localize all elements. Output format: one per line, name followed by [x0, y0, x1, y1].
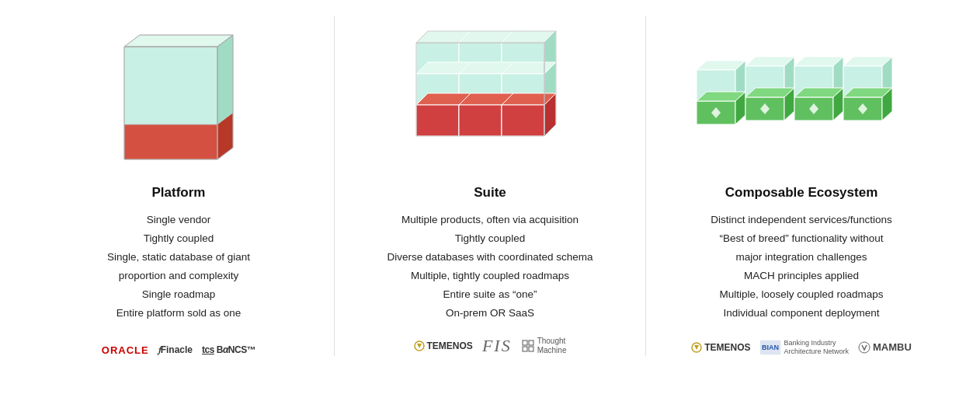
composable-desc-item-0: Distinct independent services/functions: [711, 211, 891, 229]
platform-desc-item-3: proportion and complexity: [107, 267, 250, 285]
svg-marker-3: [124, 47, 217, 124]
svg-marker-0: [124, 124, 217, 159]
platform-desc-item-0: Single vendor: [107, 211, 250, 229]
platform-desc-item-1: Tightly coupled: [107, 230, 250, 248]
composable-desc-item-3: MACH principles applied: [711, 267, 891, 285]
composable-desc-item-1: “Best of breed” functionality without: [711, 230, 891, 248]
tcs-bancs-logo: tcs BαNCS™: [202, 344, 255, 355]
suite-desc-item-0: Multiple products, often via acquisition: [387, 211, 593, 229]
composable-column: Composable Ecosystem Distinct independen…: [646, 16, 957, 356]
svg-rect-41: [529, 340, 533, 345]
suite-column: Suite Multiple products, often via acqui…: [335, 16, 646, 356]
suite-desc-item-5: On-prem OR SaaS: [387, 305, 593, 323]
suite-illustration: [350, 16, 630, 171]
svg-text:BIAN: BIAN: [762, 344, 779, 351]
suite-logo-bar: TEMENOS FIS ThoughtMachine: [414, 336, 567, 356]
platform-cube-svg: [109, 16, 248, 171]
platform-title: Platform: [152, 185, 206, 201]
mambu-icon: [858, 341, 871, 354]
fis-logo: FIS: [482, 336, 512, 356]
temenos-logo: TEMENOS: [414, 340, 473, 351]
composable-title: Composable Ecosystem: [725, 185, 878, 201]
svg-marker-28: [416, 105, 459, 136]
platform-illustration: [39, 16, 318, 171]
svg-marker-31: [459, 105, 502, 136]
bian-icon: BIAN: [759, 340, 781, 355]
suite-cube-svg: [408, 16, 572, 171]
composable-desc-item-2: major integration challenges: [711, 249, 891, 267]
platform-logo-bar: ORACLE 𝑓Finacle tcs BαNCS™: [102, 344, 255, 356]
svg-rect-40: [523, 340, 527, 345]
composable-illustration: [662, 16, 941, 171]
platform-column: Platform Single vendor Tightly coupled S…: [23, 16, 335, 356]
suite-title: Suite: [474, 185, 506, 201]
platform-desc-item-2: Single, static database of giant: [107, 249, 250, 267]
suite-desc-item-1: Tightly coupled: [387, 230, 593, 248]
temenos2-icon: [691, 342, 702, 353]
main-container: Platform Single vendor Tightly coupled S…: [0, 0, 980, 364]
temenos-icon: [414, 340, 425, 351]
suite-desc-item-4: Entire suite as “one”: [387, 286, 593, 304]
composable-logo-bar: TEMENOS BIAN Banking IndustryArchitectur…: [691, 339, 912, 356]
thought-machine-logo: ThoughtMachine: [521, 337, 567, 355]
composable-cube-svg: [693, 16, 910, 171]
temenos2-logo: TEMENOS: [691, 342, 750, 353]
mambu-logo: MAMBU: [858, 341, 912, 354]
suite-desc-list: Multiple products, often via acquisition…: [387, 211, 593, 323]
platform-desc-list: Single vendor Tightly coupled Single, st…: [107, 211, 250, 323]
finacle-logo: 𝑓Finacle: [158, 344, 193, 355]
platform-desc-item-5: Entire platform sold as one: [107, 305, 250, 323]
svg-rect-43: [529, 347, 533, 351]
suite-desc-item-3: Multiple, tightly coupled roadmaps: [387, 267, 593, 285]
thought-machine-icon: [521, 339, 535, 353]
platform-desc-item-4: Single roadmap: [107, 286, 250, 304]
svg-rect-42: [523, 347, 527, 351]
suite-desc-item-2: Diverse databases with coordinated schem…: [387, 249, 593, 267]
composable-desc-item-5: Individual component deployment: [711, 305, 891, 323]
oracle-logo: ORACLE: [102, 344, 149, 356]
bian-logo: BIAN Banking IndustryArchitecture Networ…: [759, 339, 849, 356]
composable-desc-list: Distinct independent services/functions …: [711, 211, 891, 323]
svg-marker-5: [217, 35, 233, 124]
composable-desc-item-4: Multiple, loosely coupled roadmaps: [711, 286, 891, 304]
svg-marker-4: [124, 35, 233, 47]
svg-marker-34: [502, 105, 544, 136]
svg-point-75: [859, 342, 870, 353]
